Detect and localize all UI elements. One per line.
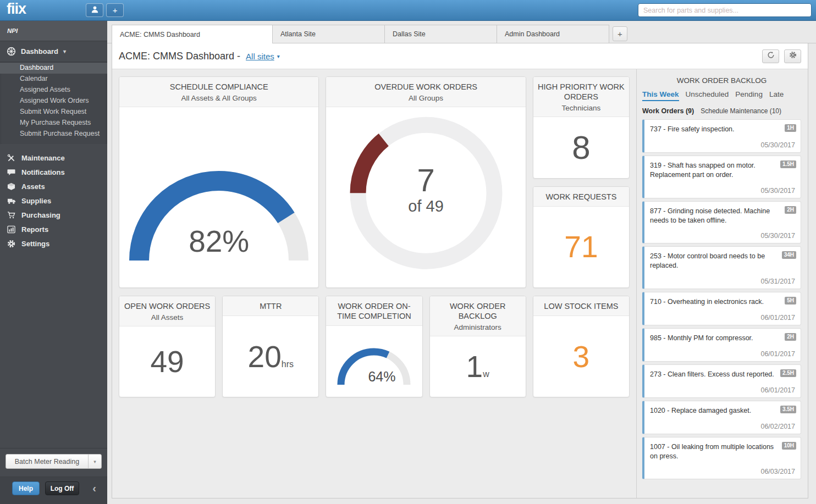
sidebar-item-label: Settings [21,240,49,248]
logoff-button[interactable]: Log Off [45,481,79,495]
refresh-button[interactable] [762,49,779,63]
all-sites-link[interactable]: All sites [246,52,274,61]
sidebar-item-label: Maintenance [21,154,65,162]
sidebar-item-reports[interactable]: Reports [0,222,107,236]
batch-meter-reading-label: Batch Meter Reading [6,455,88,468]
submenu-item-dashboard[interactable]: Dashboard [0,63,107,74]
sidebar-item-settings[interactable]: Settings [0,236,107,251]
widget-title: WORK ORDER ON-TIME COMPLETION [330,301,417,321]
backlog-tab-late[interactable]: Late [769,90,784,100]
sidebar-item-label: Supplies [21,197,51,205]
work-order-item[interactable]: 737 - Fire safety inspection. 1H 05/30/2… [642,119,801,153]
due-date: 05/30/2017 [650,141,795,149]
sidebar-item-dashboard[interactable]: Dashboard ▾ [0,41,107,62]
sidebar: NPI Dashboard ▾ Dashboard Calendar Assig… [0,21,107,504]
mttr-unit: hrs [282,359,294,369]
duration-badge: 10H [782,442,796,450]
submenu-item-assigned-assets[interactable]: Assigned Assets [0,85,107,96]
sidebar-item-purchasing[interactable]: Purchasing [0,208,107,222]
user-button[interactable] [86,3,103,17]
due-date: 06/01/2017 [650,386,795,394]
box-icon [7,182,16,191]
add-tab-button[interactable]: + [613,26,627,41]
work-order-item[interactable]: 273 - Clean filters. Excess dust reporte… [642,364,801,398]
chevron-down-icon[interactable]: ▾ [88,455,101,468]
backlog-subtab-work-orders[interactable]: Work Orders (9) [642,107,694,115]
panel-title: WORK ORDER BACKLOG [642,76,801,85]
widget-subtitle: All Groups [330,94,521,102]
widget-high-priority-work-orders[interactable]: HIGH PRIORITY WORK ORDERS Technicians 8 [533,76,630,179]
wrench-icon [7,153,16,163]
work-order-item[interactable]: 1020 - Replace damaged gasket. 3.5H 06/0… [642,401,801,434]
tab-admin-dashboard[interactable]: Admin Dashboard [497,25,609,43]
tab-dallas-site[interactable]: Dallas Site [384,25,497,43]
widget-title: LOW STOCK ITEMS [538,301,625,311]
submenu-item-calendar[interactable]: Calendar [0,74,107,85]
work-order-item[interactable]: 985 - Monthly PM for compressor. 2H 06/0… [642,328,801,362]
widget-settings-button[interactable] [784,49,801,63]
work-order-item[interactable]: 710 - Overheating in electronics rack. 5… [642,292,801,325]
low-stock-value: 3 [533,339,629,374]
dashboard-tabs: ACME: CMMS Dashboard Atlanta Site Dallas… [107,21,816,43]
backlog-subtab-schedule-maintenance[interactable]: Schedule Maintenance (10) [701,107,781,115]
topbar: fiix + [0,0,816,21]
submenu-item-assigned-work-orders[interactable]: Assigned Work Orders [0,96,107,107]
sidebar-item-supplies[interactable]: Supplies [0,193,107,208]
sidebar-item-notifications[interactable]: Notifications [0,165,107,179]
duration-badge: 2.5H [780,369,796,377]
submenu-item-submit-work-request[interactable]: Submit Work Request [0,107,107,118]
tab-atlanta-site[interactable]: Atlanta Site [272,25,385,43]
submenu-item-my-purchase-requests[interactable]: My Purchase Requests [0,118,107,129]
sidebar-item-maintenance[interactable]: Maintenance [0,151,107,165]
widget-on-time-completion[interactable]: WORK ORDER ON-TIME COMPLETION 64% [326,296,422,397]
due-date: 05/30/2017 [650,232,795,240]
speech-bubble-icon [7,168,16,177]
widget-overdue-work-orders[interactable]: OVERDUE WORK ORDERS All Groups 7 of 49 [326,76,526,288]
add-button[interactable]: + [106,3,124,17]
widget-schedule-compliance[interactable]: SCHEDULE COMPLIANCE All Assets & All Gro… [119,76,319,288]
cart-icon [7,211,16,220]
work-order-item[interactable]: 1007 - Oil leaking from multiple locatio… [642,437,801,480]
overdue-total: of 49 [349,197,504,215]
fiix-logo: fiix [0,1,34,20]
due-date: 06/03/2017 [650,468,795,475]
search-input[interactable] [638,3,812,17]
work-order-item[interactable]: 253 - Motor control board needs to be re… [642,246,801,289]
chevron-down-icon[interactable]: ▾ [277,53,280,59]
widget-mttr[interactable]: MTTR 20hrs [222,296,319,397]
work-order-item[interactable]: 877 - Grinding noise detected. Machine n… [642,201,801,244]
widget-subtitle: All Assets & All Groups [124,94,314,102]
backlog-tab-pending[interactable]: Pending [735,90,763,100]
work-order-item[interactable]: 319 - Shaft has snapped on motor. Replac… [642,156,801,198]
backlog-tab-unscheduled[interactable]: Unscheduled [686,90,729,100]
batch-meter-reading-button[interactable]: Batch Meter Reading ▾ [5,454,102,469]
backlog-tab-this-week[interactable]: This Week [642,90,679,101]
widget-title: WORK REQUESTS [538,192,625,202]
high-priority-value: 8 [533,129,629,167]
widget-title: WORK ORDER BACKLOG [434,301,521,321]
work-order-backlog-value: 1w [430,349,526,384]
widget-grid: SCHEDULE COMPLIANCE All Assets & All Gro… [112,69,636,498]
widget-open-work-orders[interactable]: OPEN WORK ORDERS All Assets 49 [119,296,216,397]
open-work-orders-value: 49 [119,344,215,379]
sidebar-item-label: Notifications [21,168,65,176]
page-title: ACME: CMMS Dashboard - [119,51,240,62]
sidebar-item-label: Reports [21,225,48,234]
help-button[interactable]: Help [12,481,40,495]
widget-title: HIGH PRIORITY WORK ORDERS [538,82,625,102]
submenu-item-submit-purchase-request[interactable]: Submit Purchase Request [0,129,107,140]
chevron-down-icon: ▾ [63,48,66,54]
tab-acme-cmms-dashboard[interactable]: ACME: CMMS Dashboard [112,25,273,43]
widget-low-stock-items[interactable]: LOW STOCK ITEMS 3 [533,296,630,397]
user-icon [91,5,99,15]
main-area: ACME: CMMS Dashboard Atlanta Site Dallas… [107,21,816,504]
duration-badge: 2H [785,206,796,214]
backlog-unit: w [483,369,489,379]
widget-work-requests[interactable]: WORK REQUESTS 71 [533,186,630,289]
overdue-donut-chart: 7 of 49 [349,115,504,273]
collapse-sidebar-icon[interactable]: ‹ [92,482,101,495]
widget-work-order-backlog[interactable]: WORK ORDER BACKLOG Administrators 1w [429,296,526,397]
sidebar-item-assets[interactable]: Assets [0,179,107,193]
due-date: 06/01/2017 [650,350,795,358]
duration-badge: 1.5H [780,160,796,168]
